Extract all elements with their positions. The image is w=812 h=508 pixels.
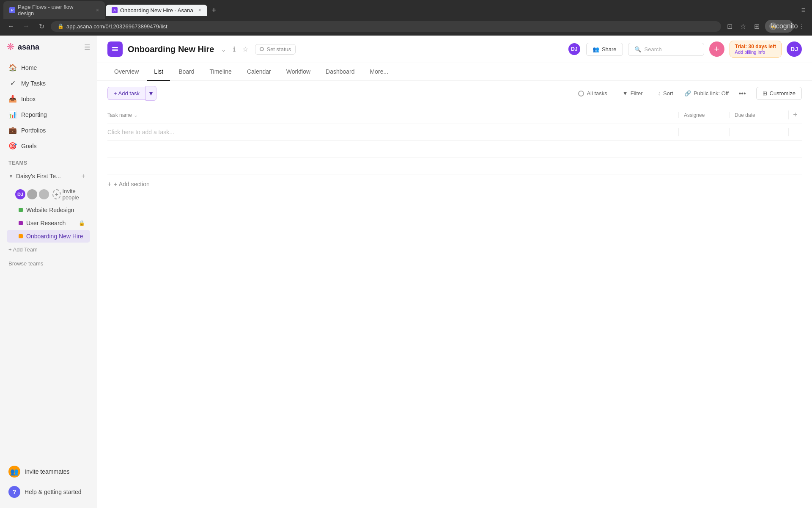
tab-list[interactable]: List [147, 63, 170, 81]
filter-button[interactable]: ▼ Filter [618, 88, 647, 99]
menu-icon[interactable]: ⋮ [797, 21, 807, 31]
sidebar-item-my-tasks-label: My Tasks [21, 80, 46, 87]
sort-button[interactable]: ↕ Sort [654, 88, 678, 99]
project-info-icon[interactable]: ℹ [231, 44, 237, 55]
share-button[interactable]: 👥 Share [586, 43, 623, 56]
sidebar-item-inbox-label: Inbox [21, 96, 36, 102]
cast-icon[interactable]: ⊡ [724, 21, 735, 31]
project-header-left: Onboarding New Hire ⌄ ℹ ☆ Set status [107, 41, 296, 57]
sidebar-item-my-tasks[interactable]: ✓ My Tasks [3, 76, 93, 91]
asana-favicon: A [112, 7, 118, 13]
url-bar[interactable]: 🔒 app.asana.com/0/1203269673899479/list [51, 21, 721, 32]
empty-rows [107, 141, 802, 174]
add-column-button[interactable]: + [788, 110, 802, 119]
sidebar-item-reporting[interactable]: 📊 Reporting [3, 107, 93, 122]
tab-pageflows-close[interactable]: × [96, 7, 99, 13]
tab-bar: P Page Flows - user flow design × A Onbo… [0, 0, 812, 17]
all-tasks-button[interactable]: All tasks [574, 88, 611, 99]
team-header[interactable]: ▼ Daisy's First Te... + [3, 168, 93, 185]
project-dot-onboarding [19, 234, 23, 238]
sidebar-toggle[interactable]: ☰ [84, 43, 90, 51]
project-label-website-redesign: Website Redesign [26, 207, 74, 213]
empty-row-2 [107, 157, 802, 174]
project-star-icon[interactable]: ☆ [241, 44, 250, 55]
incognito-indicator: 🕵 Incognito [765, 20, 793, 33]
task-name-expand-icon[interactable]: ⌄ [134, 112, 138, 118]
list-area: Task name ⌄ Assignee Due date + Click he… [97, 106, 812, 508]
asana-logo[interactable]: ❋ asana [7, 41, 39, 52]
tab-asana[interactable]: A Onboarding New Hire - Asana × [106, 5, 207, 16]
team-add-button[interactable]: + [78, 171, 88, 181]
browser-actions: ⊡ ☆ ⊞ 🕵 Incognito ⋮ [724, 20, 807, 33]
tab-pageflows-label: Page Flows - user flow design [18, 4, 91, 17]
project-tabs: Overview List Board Timeline Calendar Wo… [97, 63, 812, 81]
add-task-main-button[interactable]: + Add task [107, 87, 145, 100]
sidebar-item-portfolios[interactable]: 💼 Portfolios [3, 123, 93, 138]
project-item-onboarding[interactable]: Onboarding New Hire [7, 230, 90, 243]
customize-button[interactable]: ⊞ Customize [756, 87, 802, 100]
tab-dashboard[interactable]: Dashboard [319, 63, 362, 81]
tab-asana-close[interactable]: × [198, 7, 201, 13]
due-date-cell-empty [729, 128, 788, 136]
add-section-button[interactable]: + + Add section [107, 174, 802, 194]
incognito-label: Incognito [779, 21, 789, 31]
tab-calendar[interactable]: Calendar [240, 63, 278, 81]
team-members: DJ + Invite people [3, 185, 93, 203]
reload-button[interactable]: ↻ [36, 20, 47, 32]
back-button[interactable]: ← [5, 20, 17, 32]
member-avatar-2 [39, 189, 49, 199]
tab-timeline[interactable]: Timeline [203, 63, 239, 81]
project-menu-icon[interactable] [107, 41, 123, 57]
sidebar-item-portfolios-label: Portfolios [21, 127, 46, 134]
list-header: Task name ⌄ Assignee Due date + [107, 106, 802, 124]
project-header: Onboarding New Hire ⌄ ℹ ☆ Set status DJ … [97, 36, 812, 63]
extensions-icon[interactable]: ⊞ [752, 21, 762, 31]
project-header-right: DJ 👥 Share 🔍 Search + Trial: 30 days lef… [568, 41, 802, 58]
set-status-button[interactable]: Set status [255, 44, 296, 55]
lock-icon: 🔒 [58, 23, 64, 29]
add-task-placeholder-cell[interactable]: Click here to add a task... [107, 124, 678, 140]
public-link-indicator[interactable]: 🔗 Public link: Off [684, 90, 729, 97]
empty-row-1 [107, 141, 802, 157]
invite-people-button[interactable]: + Invite people [51, 187, 88, 202]
sidebar-item-home-label: Home [21, 64, 37, 71]
member-avatar-1 [27, 189, 37, 199]
sidebar-item-inbox[interactable]: 📥 Inbox [3, 91, 93, 106]
forward-button[interactable]: → [20, 20, 32, 32]
add-task-fab[interactable]: + [709, 41, 724, 57]
tab-pageflows[interactable]: P Page Flows - user flow design × [3, 1, 105, 19]
more-options-button[interactable]: ••• [735, 88, 749, 99]
tab-workflow[interactable]: Workflow [280, 63, 317, 81]
sidebar-item-goals-label: Goals [21, 143, 37, 149]
sort-label: Sort [663, 90, 673, 97]
add-task-dropdown[interactable]: ▾ [145, 86, 156, 101]
pageflows-favicon: P [9, 7, 15, 13]
user-avatar[interactable]: DJ [787, 41, 802, 57]
share-label: Share [602, 46, 617, 52]
project-item-website-redesign[interactable]: Website Redesign [7, 204, 90, 216]
set-status-circle [260, 47, 264, 51]
invite-teammates-button[interactable]: 👥 Invite teammates [3, 462, 93, 481]
tab-overview[interactable]: Overview [107, 63, 145, 81]
all-tasks-label: All tasks [587, 90, 607, 97]
customize-icon: ⊞ [763, 90, 767, 97]
tab-more[interactable]: More... [363, 63, 395, 81]
add-team-button[interactable]: + Add Team [0, 243, 97, 256]
project-item-user-research[interactable]: User Research 🔒 [7, 217, 90, 229]
new-tab-button[interactable]: + [208, 4, 220, 16]
add-task-label: + Add task [114, 90, 140, 97]
main-content: Onboarding New Hire ⌄ ℹ ☆ Set status DJ … [97, 36, 812, 508]
search-bar[interactable]: 🔍 Search [628, 43, 704, 56]
add-section-plus-icon: + [107, 180, 111, 188]
trial-action[interactable]: Add billing info [735, 50, 776, 55]
project-dot-website [19, 208, 23, 212]
project-dropdown-icon[interactable]: ⌄ [219, 44, 228, 55]
project-label-user-research: User Research [26, 220, 66, 226]
bookmark-icon[interactable]: ☆ [738, 21, 748, 31]
browse-teams-button[interactable]: Browse teams [0, 256, 97, 271]
sidebar-item-goals[interactable]: 🎯 Goals [3, 138, 93, 153]
tab-board[interactable]: Board [172, 63, 201, 81]
tab-extra[interactable]: ≡ [798, 5, 809, 16]
sidebar-item-home[interactable]: 🏠 Home [3, 60, 93, 75]
help-button[interactable]: ? Help & getting started [3, 483, 93, 501]
